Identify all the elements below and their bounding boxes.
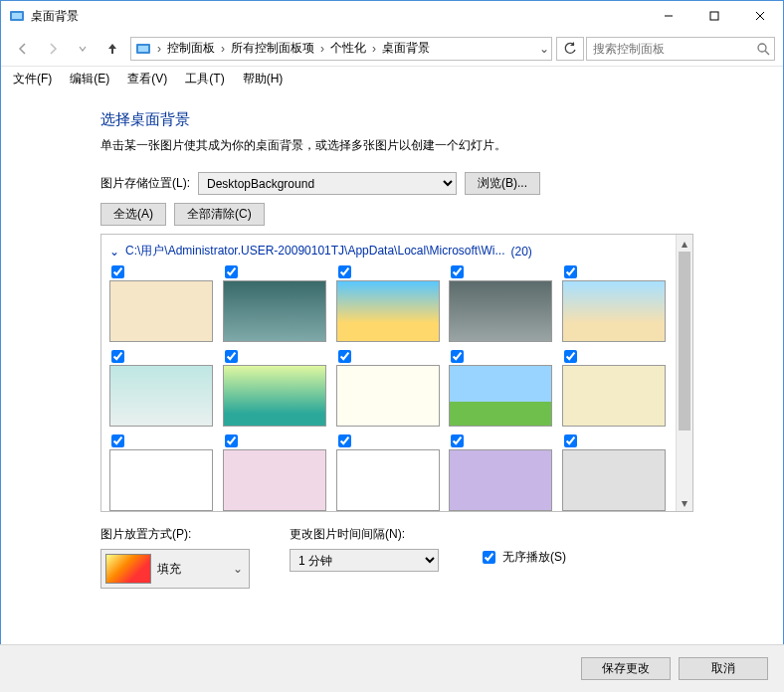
thumbnail-image[interactable] — [449, 365, 552, 427]
breadcrumb-item[interactable]: 控制面板 — [163, 40, 219, 57]
thumbnail-image[interactable] — [223, 365, 326, 427]
thumbnail-image[interactable] — [109, 365, 213, 427]
clear-all-button[interactable]: 全部清除(C) — [174, 203, 265, 226]
thumbnail-checkbox[interactable] — [225, 434, 238, 447]
recent-dropdown[interactable] — [69, 36, 97, 62]
group-count: (20) — [510, 245, 531, 259]
maximize-button[interactable] — [691, 1, 737, 31]
menu-help[interactable]: 帮助(H) — [235, 69, 292, 89]
menu-file[interactable]: 文件(F) — [5, 69, 60, 89]
thumbnail-image[interactable] — [449, 280, 552, 342]
minimize-button[interactable] — [646, 1, 691, 31]
thumbnail-image[interactable] — [109, 449, 213, 511]
shuffle-input[interactable] — [483, 551, 495, 564]
thumbnail-image[interactable] — [223, 449, 326, 511]
thumbnail-cell[interactable] — [449, 350, 554, 427]
thumbnail-checkbox[interactable] — [225, 350, 238, 363]
cancel-button[interactable]: 取消 — [679, 657, 768, 680]
thumbnail-cell[interactable] — [109, 265, 215, 342]
thumbnail-checkbox[interactable] — [338, 434, 351, 447]
back-button[interactable] — [9, 36, 37, 62]
location-combo[interactable]: DesktopBackground — [198, 172, 457, 195]
thumbnail-cell[interactable] — [449, 265, 554, 342]
thumbnail-cell[interactable] — [109, 434, 215, 511]
chevron-down-icon[interactable]: ⌄ — [539, 42, 549, 56]
interval-label: 更改图片时间间隔(N): — [290, 526, 439, 543]
thumbnail-checkbox[interactable] — [451, 350, 464, 363]
thumbnail-image[interactable] — [336, 365, 440, 427]
menu-tools[interactable]: 工具(T) — [177, 69, 232, 89]
thumbnail-image[interactable] — [223, 280, 326, 342]
thumbnail-cell[interactable] — [562, 434, 668, 511]
thumbnail-cell[interactable] — [336, 434, 442, 511]
svg-line-9 — [765, 51, 769, 55]
refresh-button[interactable] — [556, 37, 584, 61]
page-description: 单击某一张图片使其成为你的桌面背景，或选择多张图片以创建一个幻灯片。 — [100, 137, 763, 154]
thumbnail-checkbox[interactable] — [338, 265, 351, 278]
thumbnail-image[interactable] — [562, 449, 666, 511]
chevron-down-icon[interactable]: ⌄ — [109, 245, 119, 259]
search-icon[interactable] — [756, 42, 770, 56]
thumbnail-cell[interactable] — [336, 350, 442, 427]
titlebar: 桌面背景 — [1, 1, 783, 31]
thumbnail-image[interactable] — [336, 280, 440, 342]
thumbnail-cell[interactable] — [223, 265, 328, 342]
fit-preview-icon — [105, 554, 151, 584]
thumbnail-image[interactable] — [109, 280, 213, 342]
thumbnail-cell[interactable] — [562, 350, 668, 427]
thumbnail-cell[interactable] — [223, 434, 328, 511]
breadcrumb-item[interactable]: 所有控制面板项 — [227, 40, 318, 57]
thumbnail-checkbox[interactable] — [338, 350, 351, 363]
footer: 保存更改 取消 — [0, 644, 784, 692]
save-button[interactable]: 保存更改 — [581, 657, 671, 680]
breadcrumb-item[interactable]: 桌面背景 — [378, 40, 434, 57]
thumbnail-image[interactable] — [562, 280, 666, 342]
browse-button[interactable]: 浏览(B)... — [465, 172, 540, 195]
group-header[interactable]: ⌄ C:\用户\Administrator.USER-20090101TJ\Ap… — [109, 243, 668, 260]
gallery-list[interactable]: ⌄ C:\用户\Administrator.USER-20090101TJ\Ap… — [101, 235, 676, 511]
breadcrumb-bar[interactable]: › 控制面板 › 所有控制面板项 › 个性化 › 桌面背景 ⌄ — [130, 37, 552, 61]
search-box[interactable] — [586, 37, 775, 61]
scroll-down-button[interactable]: ▾ — [677, 494, 692, 511]
thumbnail-checkbox[interactable] — [564, 434, 577, 447]
app-icon — [9, 8, 25, 24]
thumbnail-checkbox[interactable] — [111, 350, 124, 363]
thumbnail-checkbox[interactable] — [451, 434, 464, 447]
page-heading: 选择桌面背景 — [100, 110, 763, 129]
svg-rect-1 — [12, 13, 22, 19]
thumbnail-checkbox[interactable] — [111, 434, 124, 447]
scroll-thumb[interactable] — [679, 252, 690, 431]
select-all-button[interactable]: 全选(A) — [100, 203, 166, 226]
thumbnail-cell[interactable] — [562, 265, 668, 342]
thumbnail-cell[interactable] — [109, 350, 215, 427]
search-input[interactable] — [591, 41, 756, 57]
group-path: C:\用户\Administrator.USER-20090101TJ\AppD… — [125, 243, 504, 260]
shuffle-checkbox[interactable]: 无序播放(S) — [479, 548, 566, 567]
thumbnail-checkbox[interactable] — [451, 265, 464, 278]
close-button[interactable] — [737, 1, 783, 31]
svg-rect-3 — [710, 12, 718, 20]
thumbnail-image[interactable] — [336, 449, 440, 511]
menu-view[interactable]: 查看(V) — [119, 69, 175, 89]
fit-combo[interactable]: 填充 ⌄ — [100, 549, 250, 589]
thumbnail-cell[interactable] — [223, 350, 328, 427]
thumbnail-checkbox[interactable] — [111, 265, 124, 278]
breadcrumb-item[interactable]: 个性化 — [326, 40, 370, 57]
interval-combo[interactable]: 1 分钟 — [290, 549, 439, 572]
thumbnail-cell[interactable] — [449, 434, 554, 511]
thumbnail-checkbox[interactable] — [564, 350, 577, 363]
thumbnail-image[interactable] — [562, 365, 666, 427]
thumbnail-image[interactable] — [449, 449, 552, 511]
menu-edit[interactable]: 编辑(E) — [62, 69, 117, 89]
chevron-right-icon: › — [155, 42, 163, 56]
scrollbar[interactable]: ▴ ▾ — [676, 235, 692, 511]
thumbnail-checkbox[interactable] — [225, 265, 238, 278]
forward-button[interactable] — [39, 36, 67, 62]
menu-bar: 文件(F) 编辑(E) 查看(V) 工具(T) 帮助(H) — [1, 67, 783, 90]
up-button[interactable] — [98, 36, 126, 62]
scroll-up-button[interactable]: ▴ — [677, 235, 692, 252]
thumbnail-cell[interactable] — [336, 265, 442, 342]
window-title: 桌面背景 — [31, 8, 646, 25]
thumbnail-checkbox[interactable] — [564, 265, 577, 278]
location-label: 图片存储位置(L): — [100, 175, 190, 192]
